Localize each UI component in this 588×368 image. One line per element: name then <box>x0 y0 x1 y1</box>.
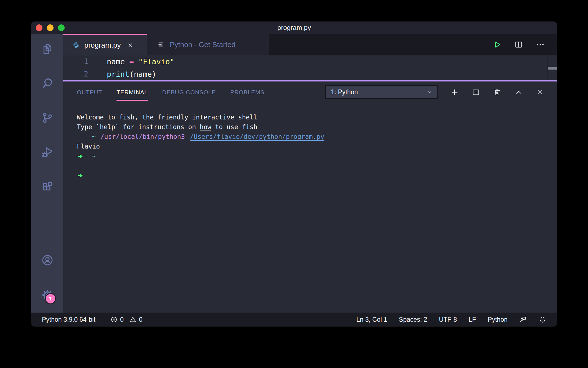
editor-scrollbar[interactable] <box>548 55 557 80</box>
traffic-lights <box>36 24 65 31</box>
status-python-version[interactable]: Python 3.9.0 64-bit <box>42 316 95 323</box>
status-encoding[interactable]: UTF-8 <box>439 316 457 323</box>
close-panel-icon[interactable] <box>536 88 544 96</box>
terminal-prompt-line: ~ <box>77 151 546 161</box>
python-file-icon <box>72 41 80 49</box>
editor-tab-strip: program.py <box>63 34 557 55</box>
chevron-down-icon <box>426 88 434 96</box>
explorer-icon[interactable] <box>41 43 54 55</box>
panel-tab-output[interactable]: OUTPUT <box>77 81 102 103</box>
code-editor[interactable]: 1 name = "Flavio" 2 print(name) <box>63 55 557 80</box>
split-terminal-icon[interactable] <box>472 88 480 96</box>
terminal-instance-select[interactable]: 1: Python <box>325 85 438 99</box>
tab-python-get-started[interactable]: Python - Get Started <box>147 34 269 55</box>
status-language-mode[interactable]: Python <box>488 316 508 323</box>
terminal-line: Type `help` for instructions on how to u… <box>77 122 546 132</box>
tab-program-py[interactable]: program.py <box>63 34 147 55</box>
account-icon[interactable] <box>41 254 54 267</box>
editor-actions <box>493 34 557 55</box>
source-control-icon[interactable] <box>41 111 54 124</box>
status-eol[interactable]: LF <box>469 316 476 323</box>
panel-tab-terminal[interactable]: TERMINAL <box>116 81 148 103</box>
settings-badge: 1 <box>45 293 56 304</box>
extensions-icon[interactable] <box>41 180 54 193</box>
maximize-panel-icon[interactable] <box>514 88 523 96</box>
terminal-instance-value: 1: Python <box>331 88 426 96</box>
status-bar: Python 3.9.0 64-bit 0 0 <box>31 313 557 326</box>
warning-icon <box>129 316 136 323</box>
minimize-window-button[interactable] <box>47 24 54 31</box>
status-cursor-position[interactable]: Ln 3, Col 1 <box>356 316 387 323</box>
tab-label: program.py <box>84 41 121 50</box>
bottom-panel: OUTPUT TERMINAL DEBUG CONSOLE PROBLEMS 1… <box>63 81 557 313</box>
run-python-file-icon[interactable] <box>493 40 501 49</box>
panel-header: OUTPUT TERMINAL DEBUG CONSOLE PROBLEMS 1… <box>63 81 557 103</box>
new-terminal-icon[interactable] <box>450 88 459 96</box>
status-problems[interactable]: 0 0 <box>110 316 143 323</box>
settings-gear-icon[interactable]: 1 <box>41 289 54 301</box>
window-title: program.py <box>31 22 557 34</box>
error-icon <box>110 316 118 323</box>
kill-terminal-icon[interactable] <box>493 88 501 96</box>
line-number: 1 <box>63 55 88 68</box>
prompt-arrow-icon <box>77 153 83 160</box>
tab-label: Python - Get Started <box>170 40 235 49</box>
terminal-output[interactable]: Welcome to fish, the friendly interactiv… <box>63 103 557 313</box>
notifications-bell-icon[interactable] <box>539 316 546 323</box>
error-count: 0 <box>120 316 124 323</box>
terminal-line: Flavio <box>77 142 546 151</box>
vscode-window: program.py <box>31 22 557 326</box>
terminal-prompt-line: ~ /usr/local/bin/python3 /Users/flavio/d… <box>77 132 546 142</box>
feedback-icon[interactable] <box>519 316 527 323</box>
warning-count: 0 <box>139 316 143 323</box>
close-window-button[interactable] <box>36 24 42 31</box>
run-debug-icon[interactable] <box>41 146 54 159</box>
split-editor-icon[interactable] <box>514 40 523 49</box>
titlebar[interactable]: program.py <box>31 22 557 34</box>
more-actions-icon[interactable] <box>536 40 545 49</box>
line-number: 2 <box>63 68 88 80</box>
desktop-background: program.py <box>0 0 588 368</box>
search-icon[interactable] <box>41 77 54 90</box>
panel-tab-debug-console[interactable]: DEBUG CONSOLE <box>162 81 216 103</box>
zoom-window-button[interactable] <box>58 24 65 31</box>
terminal-file-link[interactable]: /Users/flavio/dev/python/program.py <box>190 132 325 142</box>
tab-close-icon[interactable] <box>127 42 134 48</box>
status-indentation[interactable]: Spaces: 2 <box>399 316 427 323</box>
code-line-1: 1 name = "Flavio" <box>63 55 557 68</box>
walkthrough-list-icon <box>158 41 165 48</box>
panel-tab-problems[interactable]: PROBLEMS <box>230 81 264 103</box>
activity-bar: 1 <box>31 34 63 313</box>
terminal-line: Welcome to fish, the friendly interactiv… <box>77 113 546 122</box>
code-line-2: 2 print(name) <box>63 68 557 80</box>
prompt-arrow-icon <box>77 134 83 140</box>
scrollbar-thumb[interactable] <box>548 67 557 70</box>
panel-actions <box>450 81 544 103</box>
tab-strip-empty <box>269 34 493 55</box>
